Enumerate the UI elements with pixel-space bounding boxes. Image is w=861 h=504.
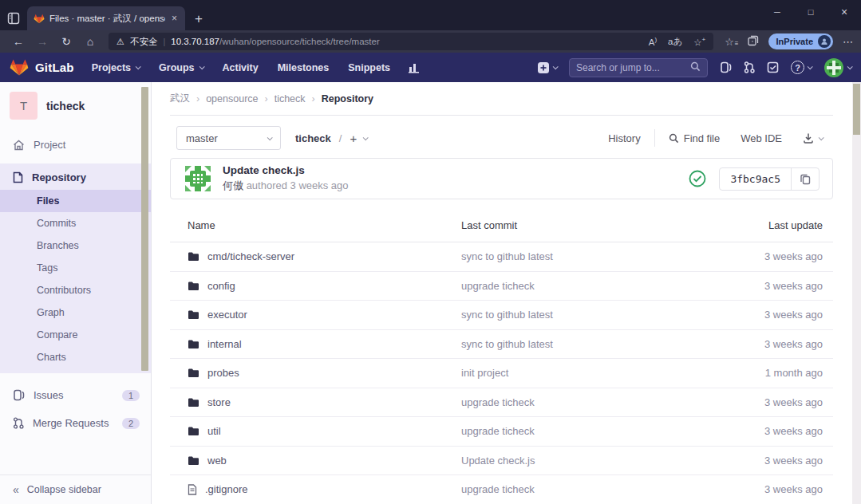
breadcrumb-separator: › bbox=[265, 93, 268, 104]
file-name-link[interactable]: .gitignore bbox=[205, 483, 247, 495]
collapse-sidebar-button[interactable]: « Collapse sidebar bbox=[0, 474, 151, 504]
minimize-button[interactable]: ─ bbox=[760, 0, 794, 24]
back-icon[interactable]: ← bbox=[8, 35, 29, 48]
home-icon bbox=[13, 140, 25, 151]
nav-item-milestones[interactable]: Milestones bbox=[278, 62, 330, 73]
commit-message-link[interactable]: sync to github latest bbox=[461, 338, 553, 350]
page-scrollbar[interactable] bbox=[852, 82, 861, 504]
stats-chart-icon[interactable] bbox=[408, 62, 420, 73]
scrollbar-thumb[interactable] bbox=[853, 84, 860, 135]
commit-message-link[interactable]: sync to github latest bbox=[461, 250, 553, 262]
commit-title-link[interactable]: Update check.js bbox=[223, 164, 349, 176]
table-row: internal sync to github latest 3 weeks a… bbox=[170, 330, 833, 360]
browser-titlebar: Files · master · 武汉 / opensourc × + ─ □ … bbox=[0, 0, 861, 30]
sidebar-item-project[interactable]: Project bbox=[0, 132, 151, 157]
project-path-link[interactable]: ticheck bbox=[295, 132, 331, 144]
breadcrumb-link[interactable]: 武汉 bbox=[170, 92, 190, 105]
collections-icon[interactable] bbox=[748, 35, 759, 49]
breadcrumb-link[interactable]: ticheck bbox=[274, 93, 306, 104]
nav-item-projects[interactable]: Projects bbox=[92, 62, 140, 73]
sidebar-item-compare[interactable]: Compare bbox=[0, 324, 151, 346]
repository-section: Repository FilesCommitsBranchesTagsContr… bbox=[0, 163, 151, 373]
folder-icon bbox=[188, 426, 199, 436]
more-menu-icon[interactable]: ⋯ bbox=[843, 36, 853, 48]
nav-item-activity[interactable]: Activity bbox=[223, 62, 259, 73]
commit-sha[interactable]: 3fbc9ac5 bbox=[720, 168, 791, 190]
sidebar-item-commits[interactable]: Commits bbox=[0, 212, 151, 234]
file-name-link[interactable]: store bbox=[207, 396, 231, 408]
sidebar-item-repository[interactable]: Repository bbox=[0, 163, 151, 190]
find-file-button[interactable]: Find file bbox=[658, 128, 731, 149]
not-secure-label[interactable]: 不安全 bbox=[130, 36, 158, 48]
commit-message-link[interactable]: upgrade ticheck bbox=[461, 280, 535, 292]
history-button[interactable]: History bbox=[598, 128, 650, 149]
inprivate-badge[interactable]: InPrivate bbox=[768, 33, 833, 49]
merge-requests-icon[interactable] bbox=[744, 61, 755, 73]
new-tab-button[interactable]: + bbox=[195, 11, 203, 27]
file-name-link[interactable]: cmd/ticheck-server bbox=[207, 250, 294, 262]
search-input[interactable] bbox=[576, 62, 690, 73]
user-avatar[interactable] bbox=[823, 57, 851, 78]
favorites-icon[interactable]: ☆≡ bbox=[725, 36, 737, 48]
new-plus-menu[interactable] bbox=[537, 61, 557, 74]
pipeline-passed-icon[interactable] bbox=[689, 170, 706, 187]
commit-message-link[interactable]: upgrade ticheck bbox=[461, 396, 535, 408]
nav-item-snippets[interactable]: Snippets bbox=[348, 62, 390, 73]
read-aloud-icon[interactable]: A) bbox=[649, 36, 657, 47]
file-name-link[interactable]: probes bbox=[207, 367, 239, 379]
copy-sha-button[interactable] bbox=[791, 168, 819, 190]
forward-icon[interactable]: → bbox=[32, 35, 53, 48]
maximize-button[interactable]: □ bbox=[794, 0, 827, 24]
last-update-text: 3 weeks ago bbox=[729, 483, 833, 495]
home-icon[interactable]: ⌂ bbox=[80, 35, 101, 48]
download-dropdown[interactable] bbox=[792, 128, 833, 148]
commit-author-link[interactable]: 何傲 bbox=[223, 179, 243, 191]
sidebar-item-charts[interactable]: Charts bbox=[0, 346, 151, 368]
help-menu[interactable]: ? bbox=[791, 61, 812, 74]
commit-message-link[interactable]: upgrade ticheck bbox=[461, 483, 535, 495]
issues-icon[interactable] bbox=[720, 61, 732, 73]
search-icon bbox=[690, 61, 701, 75]
not-secure-warning-icon: ⚠ bbox=[117, 37, 124, 47]
file-name-link[interactable]: config bbox=[207, 280, 235, 292]
file-name-link[interactable]: util bbox=[207, 425, 221, 437]
sidebar-item-graph[interactable]: Graph bbox=[0, 301, 151, 324]
browser-tab[interactable]: Files · master · 武汉 / opensourc × bbox=[27, 6, 185, 30]
add-file-dropdown[interactable]: + bbox=[350, 132, 367, 145]
breadcrumb-link[interactable]: opensource bbox=[206, 93, 258, 104]
sidebar-scrollbar[interactable] bbox=[141, 87, 148, 371]
sidebar-item-branches[interactable]: Branches bbox=[0, 234, 151, 257]
sidebar-item-merge-requests[interactable]: Merge Requests 2 bbox=[0, 409, 151, 437]
sidebar-item-contributors[interactable]: Contributors bbox=[0, 279, 151, 301]
sidebar-item-tags[interactable]: Tags bbox=[0, 257, 151, 279]
tab-close-icon[interactable]: × bbox=[170, 13, 179, 24]
search-box[interactable] bbox=[569, 58, 708, 77]
gitlab-navbar: GitLab ProjectsGroupsActivityMilestonesS… bbox=[0, 53, 861, 82]
add-favorite-icon[interactable]: ☆+ bbox=[693, 36, 705, 48]
refresh-icon[interactable]: ↻ bbox=[56, 35, 77, 48]
todos-icon[interactable] bbox=[767, 61, 779, 73]
commit-message-link[interactable]: sync to github latest bbox=[461, 309, 553, 321]
file-name-link[interactable]: executor bbox=[207, 309, 247, 321]
commit-message-link[interactable]: upgrade ticheck bbox=[461, 425, 535, 437]
close-button[interactable]: × bbox=[827, 0, 861, 24]
last-update-text: 3 weeks ago bbox=[729, 309, 833, 321]
translate-icon[interactable]: aあ bbox=[668, 36, 682, 48]
sidebar-item-files[interactable]: Files bbox=[0, 190, 151, 212]
vertical-tabs-icon[interactable] bbox=[0, 6, 27, 30]
nav-item-groups[interactable]: Groups bbox=[159, 62, 203, 73]
web-ide-button[interactable]: Web IDE bbox=[730, 128, 792, 149]
address-bar[interactable]: ⚠ 不安全 | 10.3.70.187/wuhan/opensource/tic… bbox=[109, 33, 713, 50]
commit-message-link[interactable]: Update check.js bbox=[461, 455, 535, 467]
gitlab-logo[interactable]: GitLab bbox=[10, 58, 74, 77]
commit-message-link[interactable]: init project bbox=[461, 367, 508, 379]
table-row: config upgrade ticheck 3 weeks ago bbox=[170, 272, 833, 301]
file-name-link[interactable]: web bbox=[207, 455, 227, 467]
project-header[interactable]: T ticheck bbox=[0, 82, 151, 121]
last-update-text: 3 weeks ago bbox=[729, 396, 833, 408]
file-name-link[interactable]: internal bbox=[207, 338, 242, 350]
gitlab-nav-items: ProjectsGroupsActivityMilestonesSnippets bbox=[92, 62, 390, 73]
branch-selector[interactable]: master bbox=[176, 126, 281, 150]
url-text[interactable]: 10.3.70.187/wuhan/opensource/ticheck/tre… bbox=[171, 37, 642, 46]
sidebar-item-issues[interactable]: Issues 1 bbox=[0, 381, 151, 409]
